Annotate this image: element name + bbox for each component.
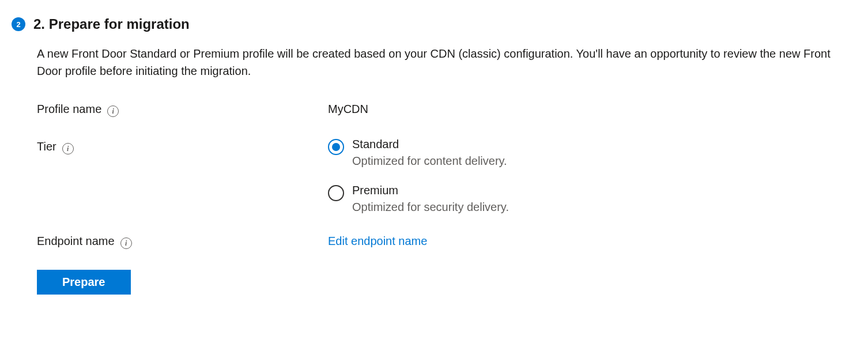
profile-name-value: MyCDN bbox=[328, 103, 856, 117]
endpoint-name-value-col: Edit endpoint name bbox=[328, 235, 856, 249]
tier-label-col: Tier i bbox=[37, 138, 328, 214]
endpoint-name-label-col: Endpoint name i bbox=[37, 235, 328, 249]
tier-option-premium[interactable]: Premium Optimized for security delivery. bbox=[328, 184, 856, 214]
tier-row: Tier i Standard Optimized for content de… bbox=[37, 138, 856, 214]
info-icon[interactable]: i bbox=[107, 105, 119, 117]
endpoint-name-row: Endpoint name i Edit endpoint name bbox=[37, 235, 856, 249]
radio-unselected-icon bbox=[328, 185, 344, 201]
tier-standard-description: Optimized for content delivery. bbox=[352, 154, 507, 168]
step-header: 2 2. Prepare for migration bbox=[12, 16, 856, 32]
prepare-button[interactable]: Prepare bbox=[37, 270, 131, 295]
step-number-badge: 2 bbox=[12, 17, 25, 31]
form-section: Profile name i MyCDN Tier i Standard Opt… bbox=[37, 103, 856, 249]
tier-standard-label: Standard bbox=[352, 138, 507, 151]
radio-selected-icon bbox=[328, 139, 344, 155]
radio-text: Premium Optimized for security delivery. bbox=[352, 184, 509, 214]
step-description: A new Front Door Standard or Premium pro… bbox=[37, 45, 844, 80]
tier-premium-description: Optimized for security delivery. bbox=[352, 201, 509, 214]
step-title: 2. Prepare for migration bbox=[33, 16, 190, 32]
tier-value-col: Standard Optimized for content delivery.… bbox=[328, 138, 856, 214]
endpoint-name-label: Endpoint name bbox=[37, 235, 115, 248]
profile-name-label-col: Profile name i bbox=[37, 103, 328, 117]
edit-endpoint-name-link[interactable]: Edit endpoint name bbox=[328, 235, 427, 247]
tier-label: Tier bbox=[37, 140, 56, 153]
tier-option-standard[interactable]: Standard Optimized for content delivery. bbox=[328, 138, 856, 168]
tier-premium-label: Premium bbox=[352, 184, 509, 197]
profile-name-label: Profile name bbox=[37, 103, 101, 116]
info-icon[interactable]: i bbox=[120, 237, 132, 249]
radio-text: Standard Optimized for content delivery. bbox=[352, 138, 507, 168]
tier-radio-group: Standard Optimized for content delivery.… bbox=[328, 138, 856, 214]
profile-name-row: Profile name i MyCDN bbox=[37, 103, 856, 117]
info-icon[interactable]: i bbox=[62, 143, 74, 154]
